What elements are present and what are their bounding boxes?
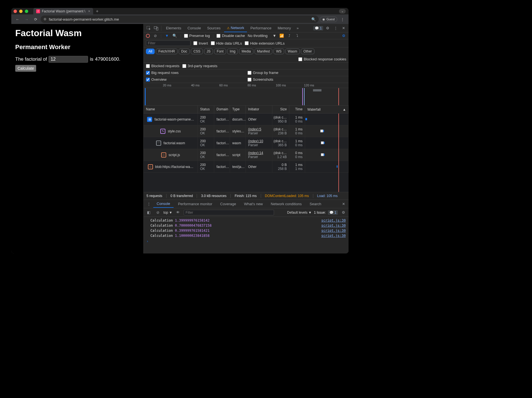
- device-toggle-icon[interactable]: [153, 25, 159, 32]
- source-link[interactable]: script.js:30: [321, 218, 346, 222]
- console-prompt[interactable]: ›: [144, 238, 349, 244]
- console-filter-input[interactable]: [184, 210, 274, 215]
- type-pill-ws[interactable]: WS: [273, 49, 284, 54]
- console-issue-chip[interactable]: 💬 1: [328, 210, 338, 215]
- wifi-icon[interactable]: 📶: [279, 34, 284, 38]
- drawer-tab-search[interactable]: Search: [306, 200, 325, 207]
- drawer-tab-console[interactable]: Console: [153, 200, 174, 208]
- blocked-requests-checkbox[interactable]: Blocked requests: [146, 64, 179, 68]
- type-pill-doc[interactable]: Doc: [179, 49, 190, 54]
- inspect-icon[interactable]: [145, 25, 152, 32]
- invert-checkbox[interactable]: Invert: [193, 41, 208, 45]
- window-close-dot[interactable]: [14, 10, 17, 13]
- devtools-close-icon[interactable]: ✕: [340, 25, 347, 32]
- col-domain[interactable]: Domain: [214, 106, 230, 113]
- timeline-overview[interactable]: 20 ms40 ms60 ms80 ms100 ms120 ms: [144, 83, 349, 106]
- filter-toggle-icon[interactable]: ▼: [164, 34, 169, 38]
- type-pill-wasm[interactable]: Wasm: [285, 49, 300, 54]
- table-row[interactable]: 〰factorial.wasm 200OK factori… wasm (ind…: [144, 137, 349, 149]
- live-expr-icon[interactable]: 👁: [175, 209, 181, 216]
- col-status[interactable]: Status: [198, 106, 214, 113]
- tab-sources[interactable]: Sources: [204, 24, 224, 32]
- record-button[interactable]: [146, 34, 150, 38]
- factorial-input[interactable]: [49, 56, 88, 63]
- col-initiator[interactable]: Initiator: [246, 106, 272, 113]
- col-name[interactable]: Name: [144, 106, 198, 113]
- back-button[interactable]: ←: [14, 15, 21, 23]
- type-pill-all[interactable]: All: [146, 49, 155, 54]
- source-link[interactable]: script.js:30: [321, 229, 346, 233]
- type-pill-js[interactable]: JS: [204, 49, 213, 54]
- console-clear-icon[interactable]: ⊘: [154, 209, 161, 216]
- table-row[interactable]: ◇script.js 200OK factori… script (index)…: [144, 149, 349, 161]
- network-settings-icon[interactable]: ⚙: [341, 34, 346, 38]
- group-by-frame-checkbox[interactable]: Group by frame: [248, 71, 278, 75]
- type-pill-img[interactable]: Img: [227, 49, 238, 54]
- overview-checkbox[interactable]: Overview: [146, 77, 167, 82]
- more-tabs-icon[interactable]: »: [294, 25, 301, 32]
- settings-icon[interactable]: ⚙: [324, 25, 331, 32]
- devtools-menu-icon[interactable]: ⋮: [332, 25, 339, 32]
- table-row[interactable]: ✎style.css 200OK factori… styles… (index…: [144, 125, 349, 137]
- drawer-tab-perfmon[interactable]: Performance monitor: [175, 200, 216, 207]
- profile-guest-chip[interactable]: ◉ Guest: [320, 17, 337, 22]
- tab-elements[interactable]: Elements: [163, 24, 184, 32]
- type-pill-font[interactable]: Font: [214, 49, 226, 54]
- col-type[interactable]: Type: [230, 106, 246, 113]
- issues-chip[interactable]: 💬 1: [313, 26, 323, 30]
- drawer-tab-whatsnew[interactable]: What's new: [240, 200, 266, 207]
- tabs-dropdown-icon[interactable]: ⌄: [339, 9, 346, 14]
- source-link[interactable]: script.js:30: [321, 234, 346, 238]
- type-pill-manifest[interactable]: Manifest: [255, 49, 272, 54]
- hide-data-urls-checkbox[interactable]: Hide data URLs: [211, 41, 242, 45]
- type-pill-fetchxhr[interactable]: Fetch/XHR: [156, 49, 178, 54]
- disable-cache-checkbox[interactable]: Disable cache: [216, 34, 245, 38]
- address-bar[interactable]: ⚙ factorial-wasm-permanent-worker.glitch…: [41, 16, 319, 23]
- site-settings-icon[interactable]: ⚙: [43, 17, 47, 21]
- drawer-tab-netcond[interactable]: Network conditions: [267, 200, 305, 207]
- levels-selector[interactable]: Default levels▼: [287, 211, 312, 215]
- type-pill-media[interactable]: Media: [239, 49, 253, 54]
- clear-icon[interactable]: ⊘: [153, 34, 158, 38]
- search-icon[interactable]: 🔍: [172, 34, 177, 38]
- sort-icon: ▲: [343, 108, 346, 111]
- upload-har-icon[interactable]: ⤴: [287, 34, 292, 38]
- context-selector[interactable]: top▼: [163, 211, 172, 215]
- tab-console[interactable]: Console: [185, 24, 204, 32]
- window-minimize-dot[interactable]: [19, 10, 23, 13]
- screenshots-checkbox[interactable]: Screenshots: [248, 77, 273, 82]
- browser-tab[interactable]: f Factorial Wasm (permanent \ ×: [33, 8, 93, 14]
- download-har-icon[interactable]: ⤵: [295, 34, 300, 38]
- console-sidebar-icon[interactable]: ◧: [145, 209, 152, 216]
- table-row[interactable]: ◇blob:https://factorial-wa… 200OK factor…: [144, 161, 349, 173]
- tab-performance[interactable]: Performance: [248, 24, 274, 32]
- type-pill-css[interactable]: CSS: [191, 49, 203, 54]
- drawer-tab-coverage[interactable]: Coverage: [217, 200, 239, 207]
- calculate-button[interactable]: Calculate: [15, 65, 36, 72]
- col-time[interactable]: Time: [289, 106, 305, 113]
- tab-memory[interactable]: Memory: [275, 24, 294, 32]
- table-row[interactable]: ▤factorial-wasm-permane… 200OK factori… …: [144, 113, 349, 125]
- preserve-log-checkbox[interactable]: Preserve log: [184, 34, 210, 38]
- col-waterfall[interactable]: Waterfall▲: [305, 106, 349, 113]
- window-maximize-dot[interactable]: [25, 10, 28, 13]
- blocked-cookies-checkbox[interactable]: Blocked response cookies: [298, 57, 346, 61]
- third-party-checkbox[interactable]: 3rd-party requests: [182, 64, 218, 68]
- tab-close-icon[interactable]: ×: [88, 9, 90, 13]
- source-link[interactable]: script.js:30: [321, 224, 346, 228]
- browser-menu-icon[interactable]: ⋮: [338, 15, 346, 23]
- reload-button[interactable]: ⟳: [32, 15, 40, 23]
- drawer-close-icon[interactable]: ✕: [340, 201, 347, 207]
- new-tab-button[interactable]: +: [96, 9, 98, 14]
- throttling-select[interactable]: No throttling ▼: [248, 34, 276, 38]
- console-settings-icon[interactable]: ⚙: [340, 209, 347, 216]
- forward-button[interactable]: →: [23, 15, 30, 23]
- network-filter-input[interactable]: [146, 40, 191, 46]
- type-pill-other[interactable]: Other: [301, 49, 314, 54]
- tab-network[interactable]: Network: [224, 24, 247, 32]
- zoom-icon[interactable]: 🔍: [311, 17, 316, 21]
- hide-ext-urls-checkbox[interactable]: Hide extension URLs: [245, 41, 284, 45]
- col-size[interactable]: Size: [272, 106, 289, 113]
- big-rows-checkbox[interactable]: Big request rows: [146, 71, 179, 75]
- drawer-menu-icon[interactable]: ⋮: [145, 201, 152, 207]
